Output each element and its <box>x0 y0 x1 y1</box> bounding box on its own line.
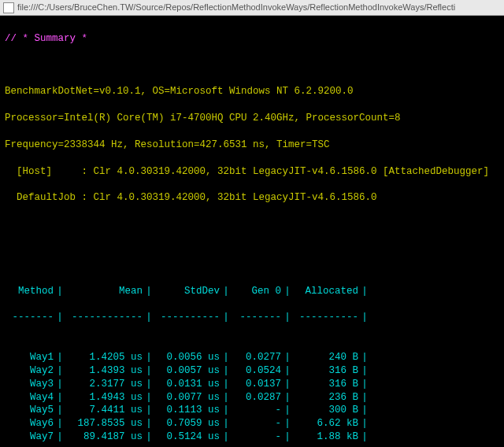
env-line: DefaultJob : Clr 4.0.30319.42000, 32bit … <box>5 191 499 205</box>
summary-label: // * Summary * <box>5 32 499 46</box>
table-row: Way2|1.4393 us|0.0057 us|0.0524|316 B| <box>5 364 499 378</box>
col-mean: Mean <box>66 285 143 298</box>
table-row: Way1|1.4205 us|0.0056 us|0.0277|240 B| <box>5 351 499 364</box>
terminal-output: // * Summary * BenchmarkDotNet=v0.10.1, … <box>0 16 504 447</box>
table-row: Way4|1.4943 us|0.0077 us|0.0287|236 B| <box>5 391 499 405</box>
address-url: file:///C:/Users/BruceChen.TW/Source/Rep… <box>17 2 455 13</box>
env-line: BenchmarkDotNet=v0.10.1, OS=Microsoft Wi… <box>5 85 499 98</box>
col-stddev: StdDev <box>155 285 220 298</box>
table-row: Way5|7.4411 us|0.1113 us|-|300 B| <box>5 404 499 417</box>
env-line: Processor=Intel(R) Core(TM) i7-4700HQ CP… <box>5 112 499 125</box>
table-row: Way3|2.3177 us|0.0131 us|0.0137|316 B| <box>5 378 499 391</box>
env-line: [Host] : Clr 4.0.30319.42000, 32bit Lega… <box>5 165 499 179</box>
table-divider: -------| ------------| ----------| -----… <box>5 311 499 324</box>
table-row: Way6|187.8535 us|0.7059 us|-|6.62 kB| <box>5 417 499 430</box>
env-line: Frequency=2338344 Hz, Resolution=427.653… <box>5 139 499 152</box>
table-header: Method| Mean| StdDev| Gen 0| Allocated| <box>5 285 499 298</box>
file-icon <box>3 2 14 13</box>
col-allocated: Allocated <box>294 285 358 298</box>
col-gen0: Gen 0 <box>232 285 281 298</box>
address-bar[interactable]: file:///C:/Users/BruceChen.TW/Source/Rep… <box>0 0 504 16</box>
col-method: Method <box>5 285 54 298</box>
table-row: Way7|89.4187 us|0.5124 us|-|1.88 kB| <box>5 430 499 444</box>
